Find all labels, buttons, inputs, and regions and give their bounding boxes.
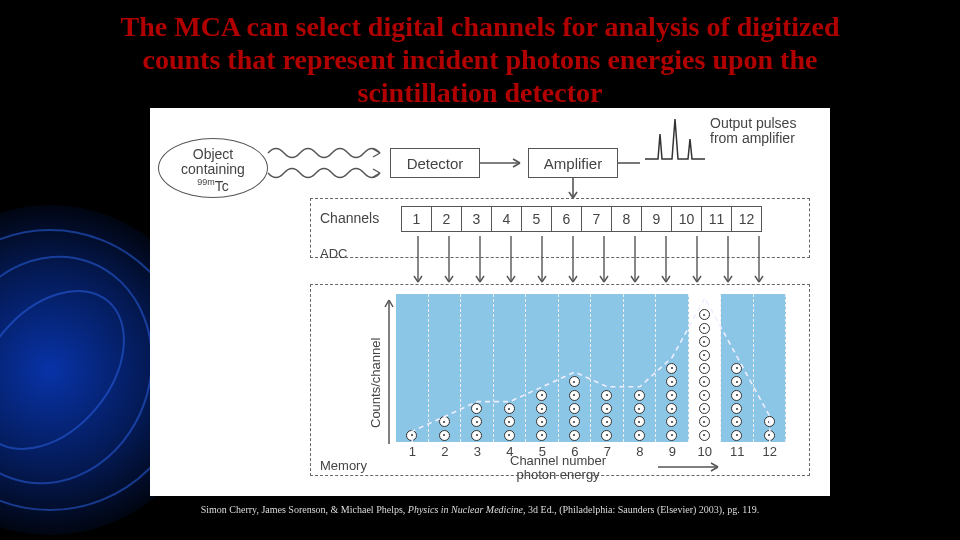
channel-cell: 2 bbox=[431, 206, 462, 232]
arrow-down-icon bbox=[433, 236, 464, 290]
x-tick: 2 bbox=[429, 444, 462, 459]
counts-histogram bbox=[396, 294, 786, 442]
detector-block: Detector bbox=[390, 148, 480, 178]
histogram-bar bbox=[656, 294, 689, 442]
mca-diagram: Object containing 99mTc Detector Amplifi… bbox=[150, 108, 830, 496]
citation: Simon Cherry, James Sorenson, & Michael … bbox=[0, 504, 960, 515]
gamma-ray-icon bbox=[268, 164, 388, 182]
slide-title: The MCA can select digital channels for … bbox=[0, 0, 960, 113]
histogram-bar bbox=[526, 294, 559, 442]
memory-label: Memory bbox=[320, 458, 367, 473]
histogram-bar bbox=[396, 294, 429, 442]
arrow-down-icon bbox=[526, 236, 557, 290]
isotope-prefix: 99m bbox=[197, 177, 215, 187]
arrow-down-icon bbox=[681, 236, 712, 290]
channel-cell: 8 bbox=[611, 206, 642, 232]
amplifier-block: Amplifier bbox=[528, 148, 618, 178]
channel-cell: 10 bbox=[671, 206, 702, 232]
histogram-bar bbox=[559, 294, 592, 442]
histogram-bar bbox=[689, 294, 722, 442]
histogram-bar bbox=[624, 294, 657, 442]
arrow-right-icon bbox=[658, 460, 728, 474]
adc-down-arrows bbox=[402, 236, 774, 290]
channel-cell: 5 bbox=[521, 206, 552, 232]
arrow-down-icon bbox=[402, 236, 433, 290]
arrow-down-icon bbox=[743, 236, 774, 290]
histogram-bar bbox=[461, 294, 494, 442]
arrow-down-icon bbox=[712, 236, 743, 290]
channel-cell: 11 bbox=[701, 206, 732, 232]
channel-cell: 4 bbox=[491, 206, 522, 232]
adc-label: ADC bbox=[320, 246, 347, 261]
x-tick: 12 bbox=[754, 444, 787, 459]
x-tick: 9 bbox=[656, 444, 689, 459]
channels-label: Channels bbox=[320, 210, 379, 226]
channel-cell: 9 bbox=[641, 206, 672, 232]
histogram-bar bbox=[721, 294, 754, 442]
channel-cell: 3 bbox=[461, 206, 492, 232]
x-tick: 11 bbox=[721, 444, 754, 459]
arrow-down-icon bbox=[495, 236, 526, 290]
x-tick: 3 bbox=[461, 444, 494, 459]
object-label: Object containing bbox=[181, 146, 245, 177]
y-axis-label: Counts/channel bbox=[368, 338, 383, 428]
channel-cells: 123456789101112 bbox=[402, 206, 762, 232]
arrow-down-icon bbox=[619, 236, 650, 290]
isotope: Tc bbox=[215, 177, 229, 193]
x-tick: 1 bbox=[396, 444, 429, 459]
arrow-down-icon bbox=[588, 236, 619, 290]
x-tick: 10 bbox=[689, 444, 722, 459]
arrow-up-icon bbox=[382, 294, 396, 444]
arrow-down-icon bbox=[557, 236, 588, 290]
x-axis-label: Channel number photon energy bbox=[510, 454, 606, 483]
channel-cell: 12 bbox=[731, 206, 762, 232]
channel-cell: 7 bbox=[581, 206, 612, 232]
pulses-label: Output pulses from amplifier bbox=[710, 116, 796, 147]
arrow-down-icon bbox=[650, 236, 681, 290]
channel-cell: 6 bbox=[551, 206, 582, 232]
histogram-bar bbox=[429, 294, 462, 442]
svg-point-3 bbox=[0, 262, 154, 477]
arrow-down-icon bbox=[464, 236, 495, 290]
histogram-bar bbox=[494, 294, 527, 442]
output-pulses-icon bbox=[640, 114, 710, 164]
channel-cell: 1 bbox=[401, 206, 432, 232]
histogram-bar bbox=[591, 294, 624, 442]
histogram-bar bbox=[754, 294, 787, 442]
x-tick: 8 bbox=[624, 444, 657, 459]
object-source: Object containing 99mTc bbox=[158, 138, 268, 198]
gamma-ray-icon bbox=[268, 144, 388, 162]
arrow-right-icon bbox=[480, 156, 528, 170]
